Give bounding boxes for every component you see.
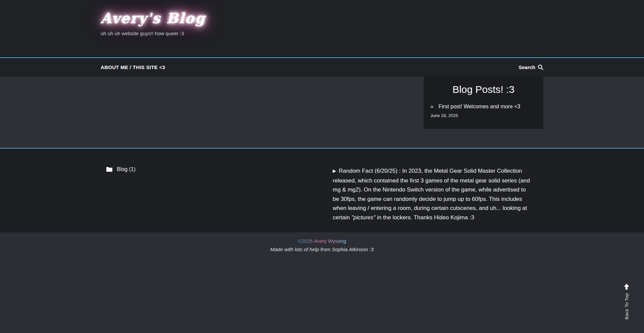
- main-nav: ABOUT ME / THIS SITE <3 Search: [0, 57, 644, 76]
- main-content-area: Blog Posts! :3 » First post! Welcomes an…: [0, 76, 644, 148]
- search-button[interactable]: Search: [519, 64, 543, 70]
- list-item[interactable]: » First post! Welcomes and more <3: [430, 103, 537, 110]
- random-fact-widget: ▶Random Fact (6/20/25) : In 2023, the Me…: [333, 166, 532, 222]
- search-label: Search: [519, 64, 535, 70]
- category-item-blog[interactable]: Blog (1): [106, 166, 136, 172]
- random-fact-text: ▶Random Fact (6/20/25) : In 2023, the Me…: [333, 166, 532, 222]
- categories-widget: Blog (1): [106, 166, 136, 222]
- back-to-top-button[interactable]: Back To Top: [623, 283, 630, 320]
- site-info: ©2025 Avery Wysong Made with lots of hel…: [0, 232, 644, 333]
- footer-widgets: Blog (1) ▶Random Fact (6/20/25) : In 202…: [0, 148, 644, 232]
- site-tagline: uh uh uh website guys!! how queer :3: [101, 31, 543, 36]
- nav-item-about-me[interactable]: ABOUT ME / THIS SITE <3: [101, 64, 165, 70]
- fact-text-after: in the lockers. Thanks Hideo Kojima :3: [375, 214, 474, 221]
- category-link[interactable]: Blog (1): [117, 166, 136, 172]
- fact-text-italic: "pictures": [352, 214, 376, 221]
- site-header: Avery's Blog uh uh uh website guys!! how…: [0, 0, 644, 57]
- post-link[interactable]: First post! Welcomes and more <3: [438, 104, 520, 110]
- disclosure-triangle-icon[interactable]: ▶: [333, 168, 336, 173]
- double-chevron-icon: »: [430, 103, 433, 110]
- search-icon: [538, 64, 543, 70]
- folder-icon: [106, 167, 113, 172]
- panel-title: Blog Posts! :3: [430, 84, 537, 95]
- site-title[interactable]: Avery's Blog: [101, 10, 206, 26]
- back-to-top-label: Back To Top: [624, 293, 629, 320]
- fact-text-before: Random Fact (6/20/25) : In 2023, the Met…: [333, 168, 530, 221]
- blog-posts-panel: Blog Posts! :3 » First post! Welcomes an…: [424, 76, 543, 129]
- post-date: June 18, 2025: [430, 113, 537, 118]
- copyright-link[interactable]: ©2025 Avery Wysong: [298, 238, 346, 244]
- up-arrow-icon: [623, 283, 630, 290]
- credit-line: Made with lots of help from Sophia Atkin…: [0, 246, 644, 252]
